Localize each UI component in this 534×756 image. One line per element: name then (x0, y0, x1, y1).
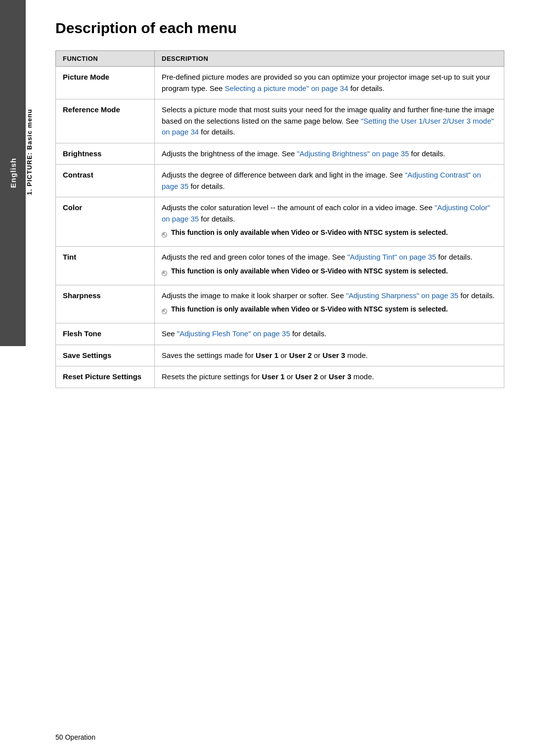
note-icon: ⎋ (162, 228, 167, 241)
function-label: Picture Mode (63, 73, 109, 81)
menu-table: FUNCTION DESCRIPTION Picture ModePre-def… (55, 50, 504, 388)
description-text: Selects a picture mode that most suits y… (162, 105, 494, 136)
main-content: Description of each menu FUNCTION DESCRI… (26, 0, 534, 418)
description-link[interactable]: "Adjusting Sharpness" on page 35 (346, 291, 458, 300)
col-header-description: DESCRIPTION (155, 51, 504, 67)
description-text: Saves the settings made for User 1 or Us… (162, 351, 368, 359)
note-text: This function is only available when Vid… (171, 227, 448, 238)
sidebar-label: English (9, 158, 17, 188)
note-text: This function is only available when Vid… (171, 304, 448, 314)
table-row: ContrastAdjusts the degree of difference… (56, 165, 504, 197)
description-link[interactable]: "Adjusting Tint" on page 35 (347, 253, 436, 261)
function-label: Brightness (63, 149, 101, 158)
description-cell: Selects a picture mode that most suits y… (155, 99, 504, 143)
description-text: Adjusts the brightness of the image. See… (162, 149, 445, 158)
function-cell: Reset Picture Settings (56, 366, 155, 388)
function-label: Flesh Tone (63, 329, 101, 338)
function-cell: Flesh Tone (56, 323, 155, 345)
sidebar: English (0, 0, 26, 346)
table-row: BrightnessAdjusts the brightness of the … (56, 143, 504, 165)
function-cell: Tint (56, 247, 155, 285)
description-text: Adjusts the degree of difference between… (162, 171, 481, 190)
description-link[interactable]: Selecting a picture mode" on page 34 (225, 84, 349, 92)
function-label: Save Settings (63, 351, 111, 359)
note-row: ⎋ This function is only available when V… (162, 266, 497, 280)
function-cell: Contrast (56, 165, 155, 197)
function-cell: Brightness (56, 143, 155, 165)
description-cell: Saves the settings made for User 1 or Us… (155, 345, 504, 366)
note-row: ⎋ This function is only available when V… (162, 227, 497, 241)
description-text: See "Adjusting Flesh Tone" on page 35 fo… (162, 329, 326, 338)
table-row: ColorAdjusts the color saturation level … (56, 197, 504, 247)
function-cell: Reference Mode (56, 99, 155, 143)
note-icon: ⎋ (162, 305, 167, 318)
page-title: Description of each menu (55, 20, 504, 37)
function-label: Sharpness (63, 291, 101, 300)
bold-text: User 3 (329, 372, 352, 381)
section-label: 1. PICTURE: Basic menu (26, 109, 33, 195)
function-cell: Save Settings (56, 345, 155, 366)
function-label: Contrast (63, 171, 93, 179)
bold-text: User 2 (289, 351, 312, 359)
function-cell: Picture Mode (56, 67, 155, 99)
note-text: This function is only available when Vid… (171, 266, 448, 276)
description-text: Adjusts the red and green color tones of… (162, 253, 473, 261)
footer-text: 50 Operation (55, 733, 95, 741)
description-cell: Adjusts the degree of difference between… (155, 165, 504, 197)
bold-text: User 3 (322, 351, 345, 359)
function-label: Reset Picture Settings (63, 372, 141, 381)
bold-text: User 2 (295, 372, 318, 381)
col-header-function: FUNCTION (56, 51, 155, 67)
table-row: SharpnessAdjusts the image to make it lo… (56, 285, 504, 323)
table-row: Flesh ToneSee "Adjusting Flesh Tone" on … (56, 323, 504, 345)
table-row: Reset Picture SettingsResets the picture… (56, 366, 504, 388)
description-cell: See "Adjusting Flesh Tone" on page 35 fo… (155, 323, 504, 345)
description-link[interactable]: "Adjusting Flesh Tone" on page 35 (177, 329, 290, 338)
bold-text: User 1 (262, 372, 285, 381)
description-text: Resets the picture settings for User 1 o… (162, 372, 374, 381)
table-row: Picture ModePre-defined picture modes ar… (56, 67, 504, 99)
description-link[interactable]: "Setting the User 1/User 2/User 3 mode" … (162, 117, 494, 136)
footer: 50 Operation (26, 733, 534, 741)
function-label: Color (63, 203, 82, 212)
description-link[interactable]: "Adjusting Contrast" on page 35 (162, 171, 481, 190)
function-cell: Color (56, 197, 155, 247)
table-row: TintAdjusts the red and green color tone… (56, 247, 504, 285)
table-row: Save SettingsSaves the settings made for… (56, 345, 504, 366)
note-icon: ⎋ (162, 267, 167, 280)
description-cell: Adjusts the red and green color tones of… (155, 247, 504, 285)
description-cell: Adjusts the color saturation level -- th… (155, 197, 504, 247)
function-cell: Sharpness (56, 285, 155, 323)
description-cell: Resets the picture settings for User 1 o… (155, 366, 504, 388)
function-label: Tint (63, 253, 76, 261)
function-label: Reference Mode (63, 105, 120, 114)
description-text: Pre-defined picture modes are provided s… (162, 73, 490, 92)
note-row: ⎋ This function is only available when V… (162, 304, 497, 318)
description-cell: Adjusts the brightness of the image. See… (155, 143, 504, 165)
description-cell: Pre-defined picture modes are provided s… (155, 67, 504, 99)
description-text: Adjusts the color saturation level -- th… (162, 203, 490, 223)
description-link[interactable]: "Adjusting Brightness" on page 35 (297, 149, 409, 158)
description-link[interactable]: "Adjusting Color" on page 35 (162, 203, 490, 223)
table-row: Reference ModeSelects a picture mode tha… (56, 99, 504, 143)
description-cell: Adjusts the image to make it look sharpe… (155, 285, 504, 323)
description-text: Adjusts the image to make it look sharpe… (162, 291, 495, 300)
bold-text: User 1 (256, 351, 278, 359)
